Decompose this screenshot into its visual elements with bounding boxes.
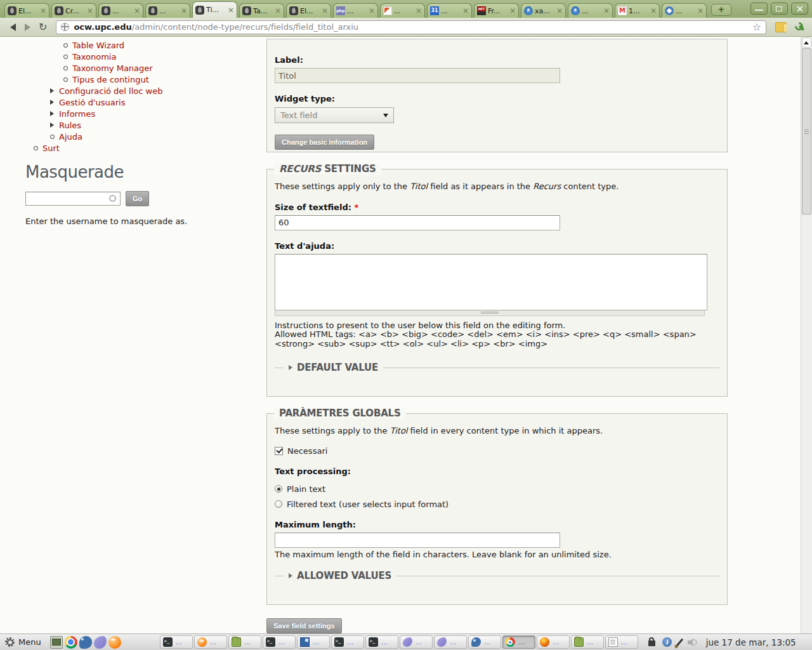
tab-close-icon[interactable]: × [134,8,140,14]
restore-icon[interactable] [771,3,788,15]
tab-close-icon[interactable]: × [322,8,328,14]
default-value-legend[interactable]: DEFAULT VALUE [284,362,383,373]
sidebar-link[interactable]: Ajuda [59,132,82,142]
widget-type-select[interactable]: Text field [275,107,394,123]
tab-close-icon[interactable]: × [416,8,422,14]
tab-close-icon[interactable]: × [462,8,469,14]
sidebar-menu-row: Informes [0,108,262,119]
task-window-button[interactable]: ... [297,635,330,649]
task-window-button[interactable]: ... [365,635,398,649]
browser-tab[interactable]: 1...× [615,3,660,18]
sidebar-link[interactable]: Taxonomy Manager [72,63,153,73]
browser-tab[interactable]: ...× [98,3,143,18]
necessari-checkbox[interactable] [275,447,283,455]
tab-close-icon[interactable]: × [228,7,234,13]
task-window-button[interactable]: ... [434,635,467,649]
update-shield-icon[interactable]: i [662,637,672,647]
browser-tab[interactable]: ...× [333,3,378,18]
browser-tab[interactable]: ...× [380,3,425,18]
global-settings-panel: PARÀMETRES GLOBALS These settings apply … [266,413,728,605]
tab-close-icon[interactable]: × [650,8,657,14]
tab-close-icon[interactable]: × [369,8,375,14]
browser-tab[interactable]: Ta...× [239,3,284,18]
bookmark-star-icon[interactable]: ☆ [752,22,761,32]
sidebar-link[interactable]: Gestió d'usuaris [59,98,125,107]
dolphin-icon[interactable] [94,636,107,649]
gear-icon[interactable] [5,637,15,647]
task-window-button[interactable]: ... [263,635,296,649]
tab-label: Ta... [253,7,274,15]
sidebar-link[interactable]: Tipus de contingut [72,75,149,84]
masquerade-username-input[interactable] [25,192,121,206]
brush-icon[interactable] [676,638,683,646]
size-of-textfield-input[interactable] [275,215,560,230]
help-text-textarea[interactable] [275,254,707,310]
sidebar-link[interactable]: Configuració del lloc web [59,86,162,96]
address-bar[interactable]: ocw.upc.edu /admin/content/node-type/rec… [56,20,766,34]
sidebar-link[interactable]: Rules [59,121,81,130]
chrome-icon[interactable] [65,636,77,649]
show-desktop-icon[interactable] [50,636,63,649]
browser-tab[interactable]: Cr...× [51,3,96,18]
browser-tab[interactable]: El...× [4,3,49,18]
masquerade-go-button[interactable]: Go [126,191,149,206]
task-window-button[interactable]: ... [502,635,535,649]
tab-close-icon[interactable]: × [40,8,46,14]
task-window-button[interactable]: ... [194,635,227,649]
task-window-button[interactable]: ... [468,635,501,649]
textarea-resize-grippie[interactable] [275,310,705,316]
tab-close-icon[interactable]: × [181,8,187,14]
browser-tab[interactable]: ...× [662,3,707,18]
back-icon[interactable] [10,23,16,31]
bluefish-icon[interactable] [79,636,92,649]
task-window-button[interactable]: ... [537,635,570,649]
maximum-length-description: The maximum length of the field in chara… [275,550,719,560]
sidebar-link[interactable]: Informes [59,109,95,119]
close-icon[interactable] [791,3,808,15]
filtered-text-radio[interactable] [275,500,282,508]
tab-close-icon[interactable]: × [87,8,93,14]
browser-tab[interactable]: ...× [568,3,613,18]
scrollbar[interactable] [801,37,812,633]
forward-icon[interactable] [25,23,30,31]
tab-close-icon[interactable]: × [556,8,563,14]
new-tab-button[interactable]: + [711,4,731,16]
chevron-down-icon [383,114,388,117]
orange-app-icon[interactable] [108,636,121,649]
browser-tab[interactable]: El...× [286,3,331,18]
lock-icon[interactable] [648,640,655,646]
reload-icon[interactable]: ↻ [39,22,47,32]
sidebar-link[interactable]: Taxonomia [72,52,116,62]
taskbar-menu-button[interactable]: Menu [18,637,41,647]
change-basic-information-button[interactable]: Change basic information [275,135,374,150]
browser-tab[interactable]: ...× [145,3,190,18]
sidebar-link[interactable]: Table Wizard [72,41,124,50]
scrollbar-thumb[interactable] [802,48,811,215]
browser-tab[interactable]: xa...× [521,3,566,18]
browser-tab[interactable]: Fr...× [474,3,519,18]
bullet-icon [34,146,38,150]
browser-tab[interactable]: ...× [427,3,472,18]
task-window-button[interactable]: ... [331,635,364,649]
tab-close-icon[interactable]: × [509,8,516,14]
task-window-button[interactable]: ... [400,635,433,649]
task-window-button[interactable]: ... [571,635,604,649]
browser-tab[interactable]: Ti...× [192,1,237,18]
sidebar-link[interactable]: Surt [43,143,60,153]
minimize-icon[interactable] [750,3,768,15]
tab-close-icon[interactable]: × [697,8,704,14]
drupal-blue-icon [524,6,533,15]
page-menu-icon[interactable] [775,22,787,32]
save-field-settings-button[interactable]: Save field settings [266,618,342,633]
tab-close-icon[interactable]: × [603,8,610,14]
maximum-length-input[interactable] [275,533,560,548]
scrollbar-up-arrow[interactable] [802,37,811,48]
tab-close-icon[interactable]: × [275,8,281,14]
volume-icon[interactable] [688,638,698,647]
task-window-button[interactable]: ... [160,635,193,649]
wrench-icon[interactable] [794,22,805,32]
allowed-values-legend[interactable]: ALLOWED VALUES [284,570,396,581]
task-window-button[interactable]: ... [605,635,638,649]
task-window-button[interactable]: ... [228,635,261,649]
plain-text-radio[interactable] [275,485,282,493]
